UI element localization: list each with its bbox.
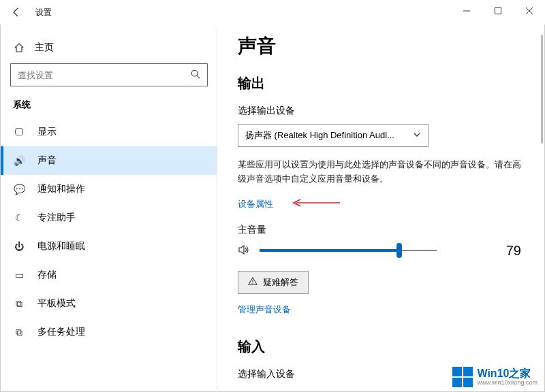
slider-fill xyxy=(260,249,399,252)
page-title: 声音 xyxy=(238,33,525,59)
back-button[interactable] xyxy=(0,0,33,24)
watermark: Win10之家 www.win10xitong.com xyxy=(452,367,538,387)
sidebar-item-storage[interactable]: ▭存储 xyxy=(1,261,217,289)
home-nav[interactable]: 主页 xyxy=(1,36,217,63)
output-device-select[interactable]: 扬声器 (Realtek High Definition Audi... xyxy=(238,124,429,147)
sidebar-item-power-sleep[interactable]: ⏻电源和睡眠 xyxy=(1,232,217,261)
sidebar-item-tablet-mode[interactable]: ⧉平板模式 xyxy=(1,289,217,318)
app-title: 设置 xyxy=(35,7,52,18)
sidebar-item-label: 通知和操作 xyxy=(37,183,85,195)
output-description: 某些应用可以设置为使用与此处选择的声音设备不同的声音设备。请在高级声音选项中自定… xyxy=(238,158,524,186)
home-icon xyxy=(13,42,25,53)
power-sleep-icon: ⏻ xyxy=(13,241,25,252)
home-label: 主页 xyxy=(35,42,54,54)
sidebar-item-label: 多任务处理 xyxy=(37,326,85,338)
watermark-url: www.win10xitong.com xyxy=(477,380,538,387)
sidebar-item-label: 专注助手 xyxy=(37,212,76,224)
volume-slider[interactable] xyxy=(260,244,437,257)
sidebar-item-label: 电源和睡眠 xyxy=(37,240,85,252)
device-properties-link[interactable]: 设备属性 xyxy=(238,198,273,210)
maximize-button[interactable] xyxy=(482,0,514,22)
sound-icon: 🔊 xyxy=(13,155,25,166)
manage-sound-devices-link[interactable]: 管理声音设备 xyxy=(238,304,291,316)
svg-point-4 xyxy=(191,70,198,76)
windows-logo-icon xyxy=(452,367,473,387)
input-section-title: 输入 xyxy=(238,338,525,356)
search-field[interactable] xyxy=(18,70,191,80)
notifications-icon: 💬 xyxy=(13,184,25,195)
sidebar-item-label: 声音 xyxy=(37,154,57,167)
storage-icon: ▭ xyxy=(13,270,25,280)
search-settings-input[interactable] xyxy=(10,63,208,86)
svg-rect-1 xyxy=(495,8,501,14)
multitask-icon: ⧉ xyxy=(13,327,25,338)
close-button[interactable] xyxy=(514,0,545,22)
sidebar-item-sound[interactable]: 🔊声音 xyxy=(1,146,217,175)
minimize-button[interactable] xyxy=(451,0,482,22)
troubleshoot-label: 疑难解答 xyxy=(263,276,298,289)
sidebar-item-focus-assist[interactable]: ☾专注助手 xyxy=(1,203,217,232)
sidebar-item-label: 显示 xyxy=(37,126,57,138)
focus-assist-icon: ☾ xyxy=(13,212,25,223)
tablet-mode-icon: ⧉ xyxy=(13,298,25,310)
content-pane: 声音 输出 选择输出设备 扬声器 (Realtek High Definitio… xyxy=(217,1,544,391)
volume-value: 79 xyxy=(506,243,521,259)
svg-line-5 xyxy=(197,76,200,78)
display-icon: 🖵 xyxy=(13,127,25,137)
master-volume-label: 主音量 xyxy=(238,224,525,236)
sidebar-item-label: 存储 xyxy=(37,269,57,281)
output-device-label: 选择输出设备 xyxy=(238,105,525,117)
sidebar-item-multitask[interactable]: ⧉多任务处理 xyxy=(1,318,217,346)
slider-thumb[interactable] xyxy=(396,243,402,258)
watermark-name: Win10之家 xyxy=(477,368,538,380)
sidebar-item-display[interactable]: 🖵显示 xyxy=(1,118,217,146)
search-icon xyxy=(191,69,200,81)
svg-point-8 xyxy=(252,283,253,284)
sidebar: 主页 系统 🖵显示🔊声音💬通知和操作☾专注助手⏻电源和睡眠▭存储⧉平板模式⧉多任… xyxy=(1,1,217,391)
sidebar-item-label: 平板模式 xyxy=(37,297,76,310)
output-device-selected: 扬声器 (Realtek High Definition Audi... xyxy=(245,129,394,142)
chevron-down-icon xyxy=(413,131,421,141)
speaker-icon xyxy=(238,244,250,258)
warning-icon xyxy=(248,276,258,288)
sidebar-item-notifications[interactable]: 💬通知和操作 xyxy=(1,175,217,203)
annotation-arrow xyxy=(292,197,340,210)
scrollbar[interactable] xyxy=(541,35,543,144)
output-section-title: 输出 xyxy=(238,74,525,93)
category-title: 系统 xyxy=(1,99,217,118)
troubleshoot-button[interactable]: 疑难解答 xyxy=(238,271,309,294)
